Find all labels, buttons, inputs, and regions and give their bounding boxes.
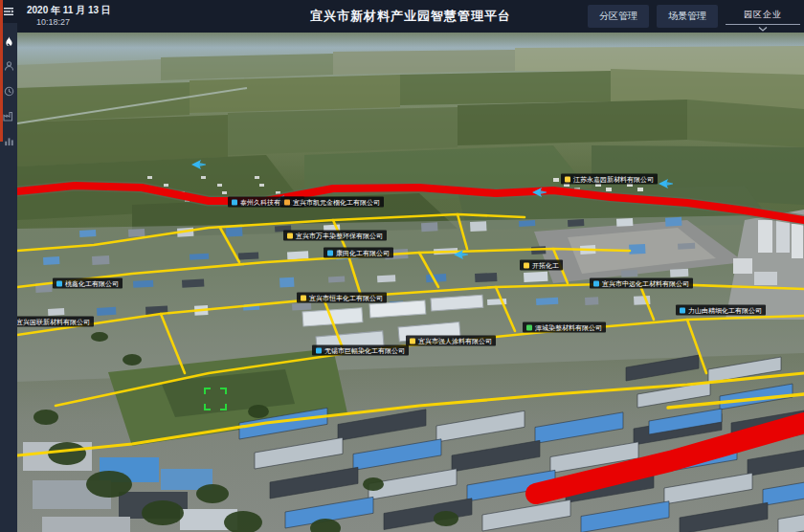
company-marker-icon <box>680 307 685 313</box>
company-name: 宜兴市万丰染整环保有限公司 <box>296 233 383 239</box>
company-marker-icon <box>316 347 322 353</box>
bar-chart-icon <box>4 136 14 146</box>
page-title: 宜兴市新材料产业园智慧管理平台 <box>310 8 511 25</box>
header-actions: 分区管理 场景管理 园区企业 <box>588 2 804 32</box>
clock-icon <box>4 86 14 97</box>
company-label[interactable]: 宜兴市中远化工材料有限公司 <box>590 278 693 289</box>
app-window: 2020 年 11 月 13 日 10:18:27 宜兴市新材料产业园智慧管理平… <box>0 0 804 532</box>
company-name: 潭城染整材料有限公司 <box>535 324 602 331</box>
company-label[interactable]: 宜兴市恒丰化工有限公司 <box>297 293 387 303</box>
company-marker-icon <box>287 233 293 238</box>
field-patches <box>17 46 804 237</box>
vehicle-marker-icon[interactable] <box>454 246 469 263</box>
company-name: 江苏永嘉园新材料有限公司 <box>573 176 654 183</box>
hamburger-glyph <box>3 6 14 17</box>
company-label[interactable]: 开拓化工 <box>520 260 563 271</box>
company-name: 力山由精细化工有限公司 <box>688 307 762 314</box>
vehicle-marker-icon[interactable] <box>659 175 674 192</box>
company-label[interactable]: 宜兴国联新材料有限公司 <box>17 317 94 327</box>
company-label[interactable]: 桃鑫化工有限公司 <box>53 278 123 289</box>
company-marker-icon <box>56 280 62 286</box>
company-marker-icon <box>327 250 333 255</box>
company-name: 无锡市巨幅染化工有限公司 <box>324 347 405 354</box>
scene-management-button[interactable]: 场景管理 <box>657 5 718 28</box>
dropdown-selected-label: 园区企业 <box>744 10 782 19</box>
company-label[interactable]: 无锡市巨幅染化工有限公司 <box>312 345 409 356</box>
time-label: 10:18:27 <box>27 17 111 28</box>
company-name: 桃鑫化工有限公司 <box>65 280 119 287</box>
company-marker-icon <box>565 176 570 182</box>
company-label[interactable]: 潭城染整材料有限公司 <box>523 322 606 333</box>
map-viewport[interactable]: 泰州久科技有限公司宜兴市凯元金榴化工有限公司宜兴市万丰染整环保有限公司康田化工有… <box>17 33 804 532</box>
company-name: 宜兴市恒丰化工有限公司 <box>309 295 383 301</box>
company-name: 宜兴市凯元金榴化工有限公司 <box>293 199 380 206</box>
company-name: 开拓化工 <box>532 262 559 269</box>
company-marker-icon <box>301 295 306 300</box>
factory-icon <box>3 111 14 122</box>
dropdown-divider <box>726 24 800 25</box>
zone-management-button[interactable]: 分区管理 <box>588 5 649 28</box>
company-marker-icon <box>593 280 599 286</box>
company-name: 宜兴市强人涂料有限公司 <box>418 338 492 344</box>
company-marker-icon <box>524 262 529 268</box>
company-marker-icon <box>284 199 290 205</box>
company-label[interactable]: 宜兴市强人涂料有限公司 <box>406 336 496 346</box>
company-name: 宜兴市中远化工材料有限公司 <box>602 280 689 287</box>
company-name: 康田化工有限公司 <box>336 250 390 256</box>
chevron-down-icon <box>758 27 768 32</box>
company-marker-icon <box>410 338 415 344</box>
active-accent-bar <box>0 0 3 142</box>
date-label: 2020 年 11 月 13 日 <box>27 5 111 17</box>
company-label[interactable]: 力山由精细化工有限公司 <box>676 305 766 316</box>
vehicle-marker-icon[interactable] <box>532 184 547 201</box>
header: 2020 年 11 月 13 日 10:18:27 宜兴市新材料产业园智慧管理平… <box>17 0 804 33</box>
company-marker-icon <box>526 324 532 330</box>
selection-focus-box <box>204 388 227 410</box>
park-enterprise-dropdown[interactable]: 园区企业 <box>726 2 800 32</box>
company-name: 宜兴国联新材料有限公司 <box>17 319 90 325</box>
datetime-block: 2020 年 11 月 13 日 10:18:27 <box>27 5 111 28</box>
company-marker-icon <box>232 199 237 205</box>
company-label[interactable]: 宜兴市凯元金榴化工有限公司 <box>280 197 384 208</box>
company-label[interactable]: 宜兴市万丰染整环保有限公司 <box>283 231 387 241</box>
vehicle-marker-icon[interactable] <box>191 156 207 173</box>
sidebar <box>0 0 17 532</box>
company-label[interactable]: 江苏永嘉园新材料有限公司 <box>561 174 658 185</box>
company-label[interactable]: 康田化工有限公司 <box>324 248 393 258</box>
flame-icon <box>4 35 14 48</box>
person-icon <box>4 60 14 72</box>
